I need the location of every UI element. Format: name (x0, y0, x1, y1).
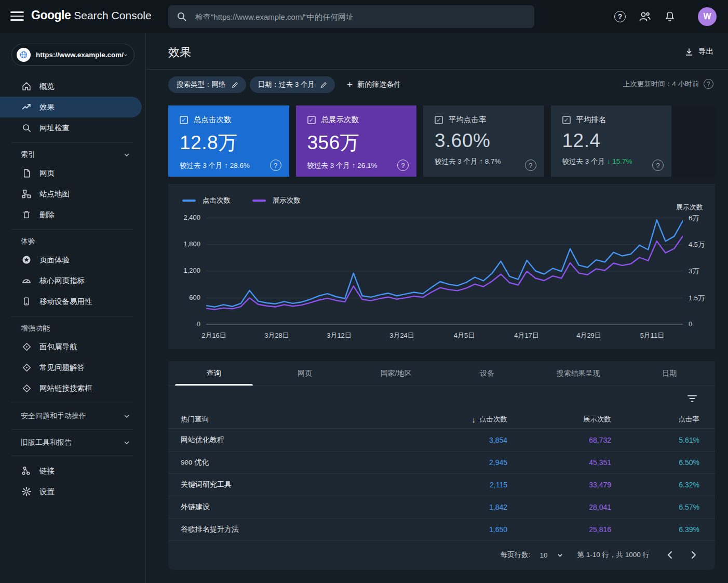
table-row[interactable]: 关键词研究工具2,115 33,4796.32% (168, 474, 715, 496)
x-tick: 5月11日 (640, 331, 665, 340)
property-selector[interactable]: https://www.example.com/ (11, 44, 134, 66)
page-range-text: 第 1-10 行，共 1000 行 (577, 550, 650, 560)
help-icon[interactable]: ? (270, 160, 281, 171)
sidebar-item-mobile-usability[interactable]: 移动设备易用性 (0, 291, 146, 312)
section-experience: 体验 (0, 234, 146, 249)
tab-dates[interactable]: 日期 (624, 361, 716, 386)
share-users-button[interactable] (638, 9, 652, 24)
section-enhancements: 增强功能 (0, 321, 146, 336)
app-logo: GoogleSearch Console (31, 8, 152, 22)
previous-page-button[interactable] (663, 548, 677, 562)
table-row[interactable]: seo 优化2,945 45,3516.50% (168, 452, 715, 474)
bell-icon (664, 10, 676, 23)
divider (11, 229, 133, 230)
sidebar-item-label: 链接 (39, 466, 55, 476)
table-header-row: 热门查询 ↓ 点击次数 展示次数 点击率 (168, 410, 715, 429)
help-icon[interactable]: ? (652, 160, 664, 171)
delta-up: ↑ 28.6% (224, 162, 250, 169)
sidebar-item-removals[interactable]: 删除 (0, 204, 146, 225)
rows-per-page-value: 10 (540, 551, 547, 559)
card-label: 平均排名 (576, 115, 606, 125)
chevron-down-icon (124, 51, 128, 59)
sidebar-item-url-inspection[interactable]: 网址检查 (0, 117, 146, 138)
queries-table-panel: 查询 网页 国家/地区 设备 搜索结果呈现 日期 热门查询 ↓ 点击次数 展示次… (168, 361, 715, 570)
card-average-position[interactable]: ✓ 平均排名 12.4 较过去 3 个月 ↓ 15.7% ? (551, 105, 672, 177)
help-icon[interactable]: ? (397, 160, 409, 171)
section-legacy-tools[interactable]: 旧版工具和报告 (0, 434, 146, 452)
sidebar-item-sitelinks-searchbox[interactable]: 网站链接搜索框 (0, 378, 146, 399)
sidebar-item-page-experience[interactable]: 页面体验 (0, 249, 146, 270)
search-type-chip[interactable]: 搜索类型：网络 (168, 76, 246, 93)
table-row[interactable]: 谷歌排名提升方法1,650 25,8166.39% (168, 519, 715, 541)
plot-area[interactable] (206, 218, 683, 324)
column-header-query[interactable]: 热门查询 (181, 415, 403, 424)
checkbox-checked-icon[interactable]: ✓ (180, 116, 188, 124)
tab-countries[interactable]: 国家/地区 (350, 361, 442, 386)
sidebar-item-label: 删除 (39, 210, 55, 220)
search-input[interactable] (195, 5, 528, 28)
column-header-ctr[interactable]: 点击率 (611, 415, 699, 424)
sidebar-item-faq[interactable]: 常见问题解答 (0, 357, 146, 378)
impressions-line (206, 236, 683, 310)
card-average-ctr[interactable]: ✓ 平均点击率 3.60% 较过去 3 个月 ↑ 8.7% ? (423, 105, 544, 177)
delta-up: ↑ 26.1% (352, 162, 378, 169)
enhancement-diamond-icon (21, 363, 32, 373)
pagination: 每页行数: 10 第 1-10 行，共 1000 行 (501, 548, 700, 562)
rows-per-page[interactable]: 每页行数: 10 (501, 550, 564, 560)
sidebar-item-label: 设置 (39, 487, 55, 497)
sitemap-icon (21, 189, 32, 199)
tab-pages[interactable]: 网页 (260, 361, 351, 386)
last-updated: 上次更新时间：4 小时前 ? (623, 79, 713, 89)
table-row[interactable]: 网站优化教程3,854 68,7325.61% (168, 429, 715, 452)
notifications-button[interactable] (663, 9, 677, 24)
sidebar-item-performance[interactable]: 效果 (0, 97, 142, 117)
export-button[interactable]: 导出 (684, 47, 713, 57)
x-tick: 3月24日 (389, 331, 414, 340)
sidebar-item-core-web-vitals[interactable]: 核心网页指标 (0, 270, 146, 291)
checkbox-checked-icon[interactable]: ✓ (307, 116, 316, 124)
avatar[interactable]: W (698, 7, 717, 26)
section-security-manual-actions[interactable]: 安全问题和手动操作 (0, 407, 146, 425)
legend-impressions[interactable]: 展示次数 (252, 196, 301, 205)
legend-clicks[interactable]: 点击次数 (182, 196, 231, 205)
sidebar-item-pages[interactable]: 网页 (0, 163, 146, 183)
info-icon[interactable]: ? (704, 79, 713, 89)
sidebar-item-overview[interactable]: 概览 (0, 76, 146, 97)
date-range-chip[interactable]: 日期：过去 3 个月 (250, 76, 335, 93)
help-icon: ? (614, 11, 626, 22)
url-inspect-searchbar[interactable] (168, 5, 534, 28)
star-circle-icon (21, 255, 32, 265)
table-filter-button[interactable] (685, 391, 699, 406)
menu-icon[interactable] (10, 11, 24, 22)
sidebar-item-links[interactable]: 链接 (0, 460, 146, 481)
divider (11, 456, 133, 456)
section-index[interactable]: 索引 (0, 147, 146, 163)
checkbox-checked-icon[interactable]: ✓ (435, 116, 443, 124)
sidebar-item-settings[interactable]: 设置 (0, 481, 146, 502)
section-title: 索引 (21, 150, 123, 160)
last-updated-text: 上次更新时间：4 小时前 (623, 80, 699, 89)
checkbox-checked-icon[interactable]: ✓ (562, 116, 571, 124)
column-header-impressions[interactable]: 展示次数 (507, 415, 611, 424)
table-row[interactable]: 外链建设1,842 28,0416.57% (168, 496, 715, 519)
column-header-clicks[interactable]: ↓ 点击次数 (403, 415, 507, 424)
sidebar-item-breadcrumbs[interactable]: 面包屑导航 (0, 336, 146, 357)
next-page-button[interactable] (687, 548, 700, 562)
enhancement-diamond-icon (21, 383, 32, 393)
x-tick: 2月16日 (201, 331, 226, 340)
sidebar-item-sitemaps[interactable]: 站点地图 (0, 183, 146, 204)
divider (11, 316, 133, 316)
tab-search-appearance[interactable]: 搜索结果呈现 (533, 361, 624, 386)
sidebar-item-label: 网站链接搜索框 (39, 383, 92, 393)
help-button[interactable]: ? (613, 9, 627, 24)
tab-devices[interactable]: 设备 (442, 361, 533, 386)
card-total-clicks[interactable]: ✓ 总点击次数 12.8万 较过去 3 个月 ↑ 28.6% ? (168, 105, 289, 177)
card-total-impressions[interactable]: ✓ 总展示次数 356万 较过去 3 个月 ↑ 26.1% ? (296, 105, 417, 177)
property-url: https://www.example.com/ (36, 51, 124, 59)
new-filter-button[interactable]: + 新的筛选条件 (347, 79, 401, 90)
help-icon[interactable]: ? (525, 160, 536, 171)
card-value: 12.8万 (180, 130, 281, 156)
card-delta: 较过去 3 个月 ↑ 26.1% (307, 161, 409, 170)
sidebar-item-label: 概览 (39, 82, 55, 91)
tab-queries[interactable]: 查询 (168, 361, 260, 386)
